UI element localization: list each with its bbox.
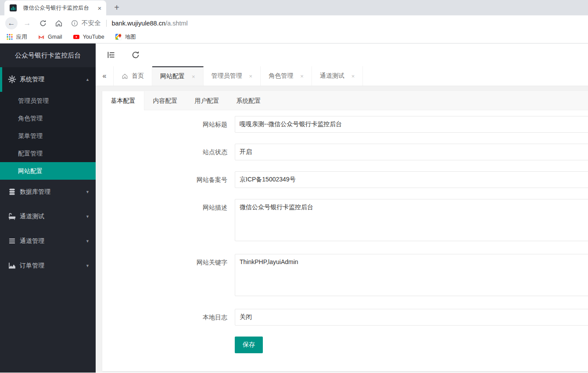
config-tab[interactable]: 基本配置	[102, 91, 144, 110]
page-tab[interactable]: 网站配置×	[152, 66, 204, 86]
page-tab[interactable]: 管理员管理×	[204, 66, 261, 86]
new-tab-button[interactable]: +	[111, 2, 123, 14]
browser-reload-icon[interactable]	[37, 17, 49, 29]
list-icon	[8, 237, 17, 246]
bookmark-item[interactable]: 应用	[6, 33, 27, 41]
browser-tab[interactable]: 微信公众号银行卡监控后台 ×	[4, 0, 106, 15]
apps-grid-icon	[6, 33, 13, 40]
page-tabs: 首页网站配置×管理员管理×角色管理×通道测试×	[114, 66, 363, 86]
sidebar-subitem[interactable]: 管理员管理	[0, 92, 96, 109]
page-tab-label: 网站配置	[160, 72, 185, 80]
form-row: 站点状态	[102, 144, 588, 160]
active-group-stripe	[0, 67, 2, 92]
tab-scroll-left-icon[interactable]: «	[96, 66, 114, 86]
form-row: 网站备案号	[102, 171, 588, 188]
form-row: 网站描述	[102, 199, 588, 243]
sidebar-item[interactable]: 订单管理▼	[0, 253, 96, 278]
save-button[interactable]: 保存	[235, 337, 263, 353]
config-card: 基本配置内容配置用户配置系统配置 网站标题站点状态网站备案号网站描述网站关键字本…	[102, 91, 588, 371]
chevron-up-icon: ▲	[86, 77, 90, 82]
close-tab-icon[interactable]: ×	[192, 73, 195, 80]
close-tab-icon[interactable]: ×	[249, 73, 253, 80]
form-control	[235, 254, 588, 298]
gear-icon	[8, 75, 17, 84]
sidebar-subitem[interactable]: 配置管理	[0, 145, 96, 162]
url-path: /a.shtml	[165, 20, 188, 27]
form-label: 网站描述	[179, 199, 235, 216]
form-label: 站点状态	[179, 144, 235, 160]
sidebar: 公众号银行卡监控后台 系统管理▲管理员管理角色管理菜单管理配置管理网站配置数据库…	[0, 43, 96, 373]
icp-number-field[interactable]	[235, 171, 588, 188]
browser-home-icon[interactable]	[53, 17, 65, 29]
sidebar-item[interactable]: 通道管理▼	[0, 229, 96, 253]
main-area: « 首页网站配置×管理员管理×角色管理×通道测试× 基本配置内容配置用户配置系统…	[96, 43, 588, 373]
page-tab-label: 管理员管理	[212, 72, 242, 80]
browser-tab-title: 微信公众号银行卡监控后台	[23, 4, 96, 12]
site-favicon	[10, 4, 17, 11]
form-control	[235, 199, 588, 243]
sidebar-group: 通道测试▼	[0, 204, 96, 229]
page-tab[interactable]: 通道测试×	[312, 66, 363, 86]
config-tab[interactable]: 系统配置	[228, 91, 269, 110]
page-tab-label: 角色管理	[269, 72, 293, 80]
bookmark-item[interactable]: 地图	[115, 33, 136, 41]
bookmark-label: 地图	[125, 33, 136, 41]
chevron-down-icon: ▼	[86, 264, 90, 268]
page-tab[interactable]: 角色管理×	[261, 66, 312, 86]
refresh-page-icon[interactable]	[131, 51, 140, 59]
site-description-field[interactable]	[235, 199, 588, 241]
sidebar-logo-title: 公众号银行卡监控后台	[0, 43, 96, 67]
sidebar-menu: 系统管理▲管理员管理角色管理菜单管理配置管理网站配置数据库管理▼通道测试▼通道管…	[0, 67, 96, 278]
bookmark-label: Gmail	[48, 34, 62, 40]
local-log-field[interactable]	[235, 309, 588, 326]
form-label: 网站标题	[179, 116, 235, 133]
maps-icon	[115, 33, 122, 40]
admin-app: 公众号银行卡监控后台 系统管理▲管理员管理角色管理菜单管理配置管理网站配置数据库…	[0, 43, 588, 373]
bookmark-item[interactable]: YouTube	[73, 33, 104, 40]
bookmark-item[interactable]: Gmail	[38, 33, 62, 40]
main-header	[96, 43, 588, 66]
back-icon[interactable]: ←	[5, 17, 18, 29]
tab-close-icon[interactable]: ×	[96, 4, 104, 12]
browser-tab-strip: 微信公众号银行卡监控后台 × +	[0, 0, 588, 15]
site-keywords-field[interactable]	[235, 254, 588, 296]
site-title-field[interactable]	[235, 116, 588, 133]
form-actions: 保存	[102, 337, 588, 353]
sidebar-subitem[interactable]: 网站配置	[0, 162, 96, 180]
sidebar-subitem[interactable]: 角色管理	[0, 109, 96, 127]
chevron-down-icon: ▼	[86, 190, 90, 194]
config-tab[interactable]: 用户配置	[186, 91, 228, 110]
page-tab-home[interactable]: 首页	[114, 66, 152, 86]
sidebar-item[interactable]: 通道测试▼	[0, 204, 96, 229]
forward-icon[interactable]: →	[21, 17, 33, 29]
sidebar-item[interactable]: 系统管理▲	[0, 67, 96, 92]
sidebar-group: 订单管理▼	[0, 253, 96, 278]
sidebar-item-label: 通道管理	[20, 237, 44, 245]
page-tab-label: 首页	[132, 72, 144, 80]
config-tab-bar: 基本配置内容配置用户配置系统配置	[102, 91, 588, 110]
sidebar-item-label: 订单管理	[20, 262, 44, 270]
sidebar-subitem[interactable]: 菜单管理	[0, 127, 96, 145]
site-status-field[interactable]	[235, 144, 588, 160]
form-control	[235, 171, 588, 188]
form-control	[235, 116, 588, 133]
sidebar-group: 通道管理▼	[0, 229, 96, 253]
form-label: 网站关键字	[179, 254, 235, 271]
form-control	[235, 144, 588, 160]
info-icon[interactable]	[71, 20, 78, 27]
close-tab-icon[interactable]: ×	[351, 73, 355, 80]
address-bar[interactable]: 不安全 bank.wujiyule88.cn/a.shtml	[71, 17, 583, 29]
database-icon	[8, 188, 17, 196]
collapse-sidebar-icon[interactable]	[107, 51, 115, 59]
browser-toolbar: ← → 不安全 bank.wujiyule88.cn/a.shtml	[0, 15, 588, 31]
form-label: 网站备案号	[179, 171, 235, 188]
config-tab[interactable]: 内容配置	[144, 91, 186, 110]
form-label: 本地日志	[179, 309, 235, 326]
gmail-icon	[38, 33, 45, 40]
sidebar-item[interactable]: 数据库管理▼	[0, 180, 96, 204]
channel-test-icon	[8, 212, 17, 221]
sidebar-group: 数据库管理▼	[0, 180, 96, 204]
sidebar-item-label: 数据库管理	[20, 188, 50, 196]
close-tab-icon[interactable]: ×	[300, 73, 304, 80]
youtube-icon	[73, 33, 80, 40]
